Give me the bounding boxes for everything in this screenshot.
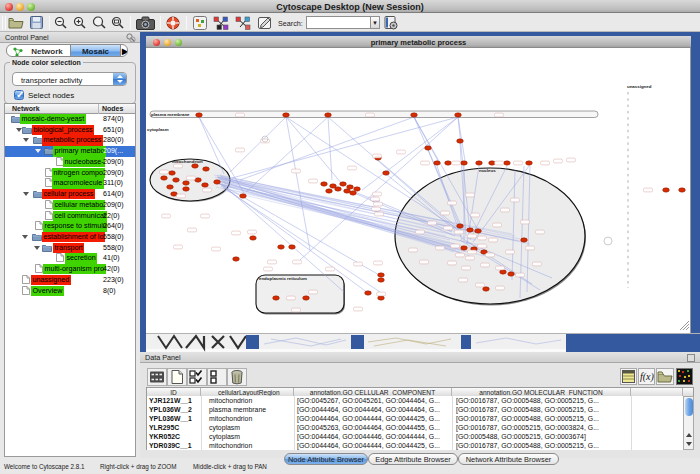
svg-text:endoplasmic reticulum: endoplasmic reticulum bbox=[259, 276, 307, 281]
svg-text:cytoplasm: cytoplasm bbox=[147, 127, 169, 132]
svg-text:nucleus: nucleus bbox=[479, 168, 496, 173]
svg-text:mitochondrion: mitochondrion bbox=[172, 159, 203, 164]
svg-text:unassigned: unassigned bbox=[627, 84, 652, 89]
svg-text:plasma membrane: plasma membrane bbox=[151, 112, 190, 117]
svg-text:f(x): f(x) bbox=[640, 371, 655, 383]
